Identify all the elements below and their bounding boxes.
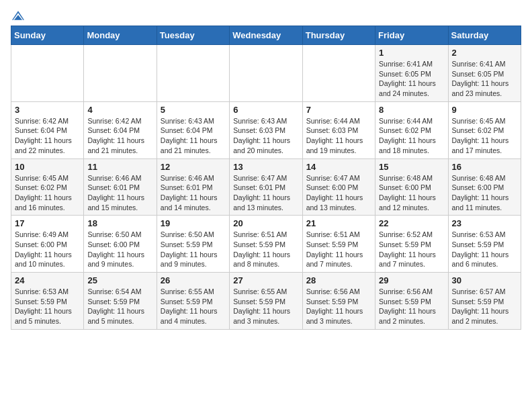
day-number: 30 [452,275,517,285]
day-info: Sunrise: 6:45 AM Sunset: 6:02 PM Dayligh… [15,173,80,213]
calendar-cell: 30Sunrise: 6:57 AM Sunset: 5:59 PM Dayli… [448,273,521,330]
calendar-cell: 20Sunrise: 6:51 AM Sunset: 5:59 PM Dayli… [230,216,302,273]
day-number: 29 [379,275,444,285]
day-info: Sunrise: 6:53 AM Sunset: 5:59 PM Dayligh… [15,287,80,326]
day-info: Sunrise: 6:49 AM Sunset: 6:00 PM Dayligh… [15,230,80,269]
calendar-cell: 21Sunrise: 6:51 AM Sunset: 5:59 PM Dayli… [302,216,375,273]
day-info: Sunrise: 6:53 AM Sunset: 5:59 PM Dayligh… [452,230,517,269]
day-info: Sunrise: 6:44 AM Sunset: 6:02 PM Dayligh… [379,116,444,156]
calendar-cell: 24Sunrise: 6:53 AM Sunset: 5:59 PM Dayli… [11,273,84,330]
day-info: Sunrise: 6:50 AM Sunset: 6:00 PM Dayligh… [87,230,152,269]
day-number: 22 [379,218,444,228]
weekday-header-wednesday: Wednesday [230,26,302,45]
calendar-body: 1Sunrise: 6:41 AM Sunset: 6:05 PM Daylig… [11,45,521,330]
day-number: 13 [233,162,298,172]
calendar-cell [230,45,302,102]
calendar-cell: 10Sunrise: 6:45 AM Sunset: 6:02 PM Dayli… [11,158,84,216]
calendar-cell: 9Sunrise: 6:45 AM Sunset: 6:02 PM Daylig… [448,101,521,158]
calendar-cell: 26Sunrise: 6:55 AM Sunset: 5:59 PM Dayli… [157,273,229,330]
day-info: Sunrise: 6:56 AM Sunset: 5:59 PM Dayligh… [379,287,444,326]
calendar-cell: 29Sunrise: 6:56 AM Sunset: 5:59 PM Dayli… [375,273,448,330]
calendar-cell: 15Sunrise: 6:48 AM Sunset: 6:00 PM Dayli… [375,158,448,216]
weekday-header-row: SundayMondayTuesdayWednesdayThursdayFrid… [11,26,521,45]
calendar-week-2: 3Sunrise: 6:42 AM Sunset: 6:04 PM Daylig… [11,101,521,158]
calendar-cell: 12Sunrise: 6:46 AM Sunset: 6:01 PM Dayli… [157,158,229,216]
day-info: Sunrise: 6:42 AM Sunset: 6:04 PM Dayligh… [87,116,152,156]
day-info: Sunrise: 6:47 AM Sunset: 6:01 PM Dayligh… [233,173,298,213]
day-info: Sunrise: 6:41 AM Sunset: 6:05 PM Dayligh… [379,59,444,99]
calendar-cell: 23Sunrise: 6:53 AM Sunset: 5:59 PM Dayli… [448,216,521,273]
day-number: 27 [233,275,298,285]
calendar-cell: 7Sunrise: 6:44 AM Sunset: 6:03 PM Daylig… [302,101,375,158]
calendar-cell: 28Sunrise: 6:56 AM Sunset: 5:59 PM Dayli… [302,273,375,330]
day-number: 19 [161,218,226,228]
day-info: Sunrise: 6:41 AM Sunset: 6:05 PM Dayligh… [452,59,517,99]
calendar-cell: 27Sunrise: 6:55 AM Sunset: 5:59 PM Dayli… [230,273,302,330]
day-number: 28 [306,275,371,285]
day-info: Sunrise: 6:57 AM Sunset: 5:59 PM Dayligh… [452,287,517,326]
day-number: 21 [306,218,371,228]
calendar-cell: 25Sunrise: 6:54 AM Sunset: 5:59 PM Dayli… [84,273,157,330]
day-number: 9 [452,105,517,115]
weekday-header-friday: Friday [375,26,448,45]
day-info: Sunrise: 6:52 AM Sunset: 5:59 PM Dayligh… [379,230,444,269]
calendar-cell: 1Sunrise: 6:41 AM Sunset: 6:05 PM Daylig… [375,45,448,102]
calendar-cell: 11Sunrise: 6:46 AM Sunset: 6:01 PM Dayli… [84,158,157,216]
weekday-header-saturday: Saturday [448,26,521,45]
calendar-cell: 6Sunrise: 6:43 AM Sunset: 6:03 PM Daylig… [230,101,302,158]
calendar-cell: 22Sunrise: 6:52 AM Sunset: 5:59 PM Dayli… [375,216,448,273]
calendar-cell: 19Sunrise: 6:50 AM Sunset: 5:59 PM Dayli… [157,216,229,273]
day-number: 14 [306,162,371,172]
day-number: 18 [87,218,152,228]
day-info: Sunrise: 6:50 AM Sunset: 5:59 PM Dayligh… [161,230,226,269]
day-info: Sunrise: 6:46 AM Sunset: 6:01 PM Dayligh… [161,173,226,213]
day-number: 17 [15,218,80,228]
day-info: Sunrise: 6:47 AM Sunset: 6:00 PM Dayligh… [306,173,371,213]
day-number: 3 [15,105,80,115]
day-number: 20 [233,218,298,228]
day-number: 7 [306,105,371,115]
page-header [11,11,521,20]
day-number: 2 [452,48,517,58]
calendar-cell: 4Sunrise: 6:42 AM Sunset: 6:04 PM Daylig… [84,101,157,158]
calendar-cell: 8Sunrise: 6:44 AM Sunset: 6:02 PM Daylig… [375,101,448,158]
day-number: 12 [161,162,226,172]
day-info: Sunrise: 6:55 AM Sunset: 5:59 PM Dayligh… [233,287,298,326]
day-number: 6 [233,105,298,115]
calendar-header: SundayMondayTuesdayWednesdayThursdayFrid… [11,26,521,45]
calendar-cell: 13Sunrise: 6:47 AM Sunset: 6:01 PM Dayli… [230,158,302,216]
day-number: 4 [87,105,152,115]
day-number: 1 [379,48,444,58]
day-number: 10 [15,162,80,172]
day-number: 25 [87,275,152,285]
weekday-header-sunday: Sunday [11,26,84,45]
logo [11,11,24,20]
calendar-week-3: 10Sunrise: 6:45 AM Sunset: 6:02 PM Dayli… [11,158,521,216]
day-info: Sunrise: 6:44 AM Sunset: 6:03 PM Dayligh… [306,116,371,156]
day-number: 26 [161,275,226,285]
day-info: Sunrise: 6:48 AM Sunset: 6:00 PM Dayligh… [452,173,517,213]
day-info: Sunrise: 6:46 AM Sunset: 6:01 PM Dayligh… [87,173,152,213]
day-info: Sunrise: 6:43 AM Sunset: 6:04 PM Dayligh… [161,116,226,156]
calendar-cell [302,45,375,102]
calendar-week-5: 24Sunrise: 6:53 AM Sunset: 5:59 PM Dayli… [11,273,521,330]
calendar-week-1: 1Sunrise: 6:41 AM Sunset: 6:05 PM Daylig… [11,45,521,102]
calendar-cell: 2Sunrise: 6:41 AM Sunset: 6:05 PM Daylig… [448,45,521,102]
weekday-header-tuesday: Tuesday [157,26,229,45]
calendar-cell: 3Sunrise: 6:42 AM Sunset: 6:04 PM Daylig… [11,101,84,158]
day-number: 8 [379,105,444,115]
day-number: 16 [452,162,517,172]
day-info: Sunrise: 6:43 AM Sunset: 6:03 PM Dayligh… [233,116,298,156]
weekday-header-monday: Monday [84,26,157,45]
calendar-cell: 17Sunrise: 6:49 AM Sunset: 6:00 PM Dayli… [11,216,84,273]
day-info: Sunrise: 6:51 AM Sunset: 5:59 PM Dayligh… [306,230,371,269]
day-number: 24 [15,275,80,285]
calendar-cell: 5Sunrise: 6:43 AM Sunset: 6:04 PM Daylig… [157,101,229,158]
calendar-cell: 16Sunrise: 6:48 AM Sunset: 6:00 PM Dayli… [448,158,521,216]
logo-icon [12,11,24,20]
calendar-cell: 14Sunrise: 6:47 AM Sunset: 6:00 PM Dayli… [302,158,375,216]
day-info: Sunrise: 6:51 AM Sunset: 5:59 PM Dayligh… [233,230,298,269]
day-number: 11 [87,162,152,172]
calendar-cell [84,45,157,102]
day-info: Sunrise: 6:54 AM Sunset: 5:59 PM Dayligh… [87,287,152,326]
